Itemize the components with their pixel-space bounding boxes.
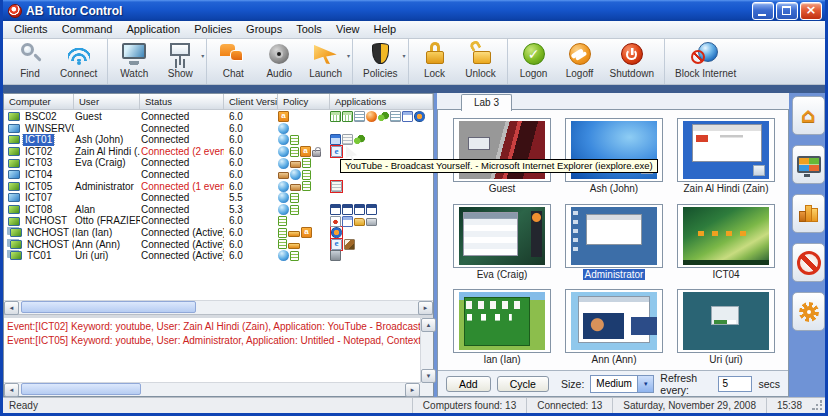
thumbnail-frame[interactable]	[453, 289, 551, 353]
size-select[interactable]: Medium ▾	[590, 375, 654, 393]
spreadsheet-icon[interactable]	[342, 111, 353, 122]
logon-button[interactable]: ▾ Logon	[511, 39, 557, 84]
computer-cell[interactable]: ICT07	[4, 192, 74, 204]
computer-cell[interactable]: NCHOST (1)	[4, 227, 74, 239]
printer-icon[interactable]	[366, 218, 377, 226]
messenger-icon[interactable]	[378, 111, 389, 122]
table-row[interactable]: NCHOST (2) Ann (Ann) Connected (Active) …	[4, 239, 433, 251]
find-button[interactable]: ▾ Find	[7, 39, 53, 84]
notepad-icon[interactable]	[331, 181, 342, 192]
menu-item[interactable]: View	[329, 21, 367, 38]
window-icon[interactable]	[330, 204, 341, 215]
watch-button[interactable]: ▾ Watch	[111, 39, 157, 84]
block-internet-button[interactable]: ▾ Block Internet	[668, 39, 743, 84]
event-horizontal-scrollbar[interactable]: ◄ ►	[4, 382, 420, 396]
client-thumbnail[interactable]: ICT04	[676, 204, 776, 285]
document-icon[interactable]	[402, 111, 413, 122]
refresh-input[interactable]	[718, 376, 752, 392]
table-row[interactable]: WINSERV08 Connected 6.0	[4, 123, 433, 135]
scroll-right-button[interactable]: ►	[418, 301, 433, 315]
policies-button[interactable]: ▾ Policies	[356, 39, 404, 84]
iexplore-icon[interactable]	[331, 146, 342, 157]
client-thumbnail[interactable]: Ian (Ian)	[452, 289, 552, 370]
resize-grip[interactable]	[812, 400, 824, 412]
thumbnail-frame[interactable]	[677, 118, 775, 182]
home-button[interactable]	[792, 96, 825, 135]
table-row[interactable]: TC01 Uri (uri) Connected (Active) 6.0	[4, 250, 433, 262]
close-button[interactable]	[800, 2, 822, 20]
tab-lab3[interactable]: Lab 3	[461, 94, 512, 111]
chat-button[interactable]: ▾ Chat	[210, 39, 256, 84]
list-horizontal-scrollbar[interactable]: ◄ ►	[4, 300, 433, 314]
mediaplayer-icon[interactable]	[414, 111, 425, 122]
dropdown-arrow-icon[interactable]: ▾	[201, 52, 204, 59]
window-icon[interactable]	[366, 204, 377, 215]
computer-cell[interactable]: ICT02	[4, 146, 74, 158]
column-header[interactable]: Computer	[4, 94, 74, 109]
scroll-track[interactable]	[19, 301, 418, 314]
client-thumbnail[interactable]: Ann (Ann)	[564, 289, 664, 370]
scroll-left-button[interactable]: ◄	[4, 383, 19, 397]
tasklist-icon[interactable]	[354, 111, 365, 122]
scheduler-icon[interactable]	[330, 216, 341, 227]
notepad-icon[interactable]	[342, 134, 353, 145]
document-icon[interactable]	[342, 216, 353, 227]
scroll-thumb[interactable]	[21, 301, 196, 313]
thumbnail-frame[interactable]	[453, 204, 551, 268]
client-thumbnail[interactable]: Administrator	[564, 204, 664, 285]
iexplore-icon[interactable]	[331, 239, 342, 250]
scroll-down-button[interactable]: ▼	[421, 369, 436, 383]
pencil-icon[interactable]	[344, 239, 355, 250]
computer-cell[interactable]: NCHOST (2)	[4, 239, 74, 251]
thumbnail-frame[interactable]	[565, 289, 663, 353]
scroll-right-button[interactable]: ►	[405, 383, 420, 397]
audio-button[interactable]: ▾ Audio	[256, 39, 302, 84]
table-row[interactable]: NCHOST Otto (FRAZIER) Connected 6.0	[4, 215, 433, 227]
logoff-button[interactable]: ▾ Logoff	[557, 39, 603, 84]
menu-item[interactable]: Help	[367, 21, 404, 38]
computer-cell[interactable]: NCHOST	[4, 215, 74, 227]
computer-cell[interactable]: ICT05	[4, 181, 74, 193]
computer-cell[interactable]: ICT03	[4, 157, 74, 169]
screens-button[interactable]	[792, 145, 825, 184]
cycle-button[interactable]: Cycle	[497, 376, 549, 392]
table-row[interactable]: ICT05 Administrator Connected (1 events)…	[4, 181, 433, 193]
reports-button[interactable]	[792, 194, 825, 233]
launch-button[interactable]: ▾ Launch	[302, 39, 349, 84]
client-thumbnail[interactable]: Uri (uri)	[676, 289, 776, 370]
unlock-button[interactable]: ▾ Unlock	[458, 39, 504, 84]
computer-cell[interactable]: ICT04	[4, 169, 74, 181]
maximize-button[interactable]	[776, 2, 798, 20]
event-vertical-scrollbar[interactable]: ▲ ▼	[420, 318, 433, 383]
table-row[interactable]: ICT08 Alan Connected 5.3	[4, 204, 433, 216]
menu-item[interactable]: Application	[119, 21, 187, 38]
dropdown-arrow-icon[interactable]: ▾	[347, 52, 350, 59]
browser-icon[interactable]	[366, 111, 377, 122]
column-header[interactable]: Client Version	[224, 94, 278, 109]
menu-item[interactable]: Clients	[7, 21, 55, 38]
column-header[interactable]: Applications	[330, 94, 433, 109]
utility-icon[interactable]	[330, 250, 341, 261]
client-thumbnail[interactable]: Eva (Craig)	[452, 204, 552, 285]
scroll-thumb[interactable]	[21, 383, 141, 395]
minimize-button[interactable]	[752, 2, 774, 20]
spreadsheet-icon[interactable]	[330, 111, 341, 122]
appwindow-icon[interactable]	[330, 134, 341, 145]
menu-item[interactable]: Command	[55, 21, 120, 38]
connect-button[interactable]: ▾ Connect	[53, 39, 104, 84]
show-button[interactable]: ▾ Show	[157, 39, 203, 84]
tasklist-icon[interactable]	[390, 111, 401, 122]
shutdown-button[interactable]: ▾ Shutdown	[603, 39, 661, 84]
dropdown-arrow-icon[interactable]: ▾	[403, 52, 406, 59]
block-button[interactable]	[792, 243, 825, 282]
computer-cell[interactable]: WINSERV08	[4, 123, 74, 135]
window-icon[interactable]	[354, 204, 365, 215]
menu-item[interactable]: Policies	[187, 21, 239, 38]
thumbnail-frame[interactable]	[677, 289, 775, 353]
window-icon[interactable]	[342, 204, 353, 215]
event-log-entry[interactable]: Event:[ICT02] Keyword: youtube, User: Za…	[4, 319, 420, 333]
column-header[interactable]: User	[74, 94, 140, 109]
settings-button[interactable]	[792, 292, 825, 331]
title-bar[interactable]: AB Tutor Control	[3, 0, 825, 21]
table-row[interactable]: ICT07 Connected 5.5	[4, 192, 433, 204]
